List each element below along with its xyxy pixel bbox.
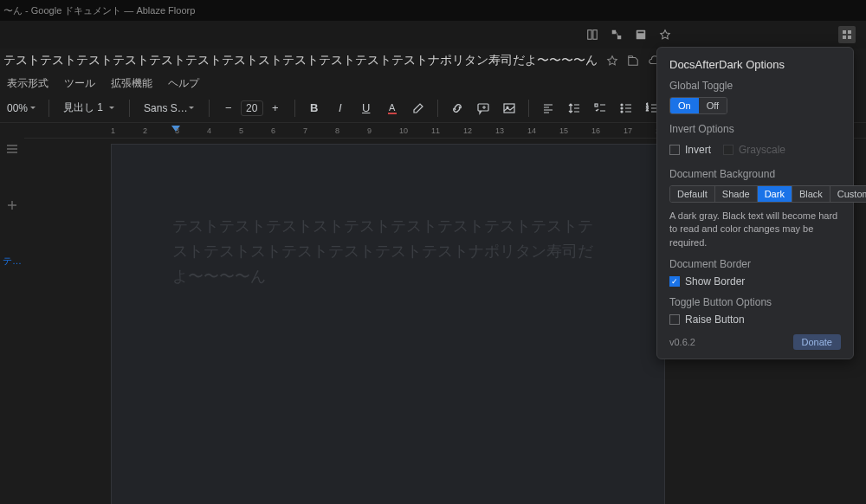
bg-custom-button[interactable]: Custom — [830, 186, 866, 202]
ruler-mark: 4 — [207, 126, 211, 135]
extension-docsafterdark-icon[interactable] — [634, 28, 648, 42]
extension-popup: DocsAfterDark Options Global Toggle On O… — [656, 47, 854, 359]
svg-rect-4 — [843, 30, 846, 34]
separator — [209, 100, 210, 117]
decrease-font-size-button[interactable]: − — [218, 98, 239, 119]
document-border-label: Document Border — [669, 258, 841, 270]
move-icon[interactable] — [627, 55, 639, 67]
svg-rect-1 — [593, 30, 597, 40]
svg-rect-5 — [848, 30, 851, 34]
svg-text:2: 2 — [646, 107, 649, 112]
toggle-off-button[interactable]: Off — [699, 98, 727, 113]
svg-rect-9 — [388, 113, 397, 114]
menu-tools[interactable]: ツール — [64, 76, 95, 91]
font-selector[interactable]: Sans S… — [139, 100, 200, 116]
version-text: v0.6.2 — [669, 337, 695, 347]
highlight-color-button[interactable] — [408, 98, 429, 119]
font-size-group: − 20 + — [218, 98, 286, 119]
increase-font-size-button[interactable]: + — [265, 98, 286, 119]
svg-point-15 — [621, 107, 623, 109]
global-toggle-label: Global Toggle — [669, 80, 841, 92]
background-description: A dark gray. Black text will become hard… — [669, 210, 841, 249]
extension-title: DocsAfterDark Options — [669, 58, 841, 71]
menu-extensions[interactable]: 拡張機能 — [111, 76, 152, 91]
browser-menu-icon[interactable] — [838, 26, 856, 43]
svg-rect-3 — [638, 32, 644, 34]
checklist-button[interactable] — [590, 98, 611, 119]
toggle-button-options-label: Toggle Button Options — [669, 296, 841, 308]
ruler-mark: 10 — [399, 126, 408, 135]
menu-help[interactable]: ヘルプ — [168, 76, 199, 91]
bg-dark-button[interactable]: Dark — [758, 186, 792, 202]
svg-rect-2 — [637, 30, 646, 40]
ruler-mark: 11 — [431, 126, 440, 135]
toggle-on-button[interactable]: On — [670, 98, 699, 113]
svg-rect-13 — [595, 104, 598, 107]
ruler-mark: 16 — [591, 126, 600, 135]
text-color-button[interactable]: A — [382, 98, 403, 119]
outline-item[interactable]: テ… — [3, 255, 22, 268]
url-bar — [0, 21, 866, 48]
translate-icon[interactable] — [610, 28, 624, 42]
bg-default-button[interactable]: Default — [670, 186, 715, 202]
browser-tab-bar: 〜ん - Google ドキュメント — Ablaze Floorp — [0, 0, 866, 21]
separator — [48, 100, 49, 117]
global-toggle-group: On Off — [669, 97, 727, 114]
tab-title: 〜ん - Google ドキュメント — Ablaze Floorp — [3, 4, 195, 17]
svg-rect-7 — [848, 36, 851, 39]
line-spacing-button[interactable] — [564, 98, 585, 119]
document-page[interactable]: テストテストテストストテストテストテストテストテストテストテストストテストテスト… — [111, 144, 665, 504]
zoom-selector[interactable]: 00% — [3, 100, 40, 116]
raise-button-checkbox[interactable] — [669, 314, 680, 325]
separator — [129, 100, 130, 117]
ruler-mark: 12 — [463, 126, 472, 135]
bold-button[interactable]: B — [304, 98, 325, 119]
insert-link-button[interactable] — [447, 98, 468, 119]
insert-image-button[interactable] — [499, 98, 520, 119]
svg-rect-0 — [588, 30, 591, 40]
svg-point-16 — [621, 111, 623, 113]
separator — [294, 100, 295, 117]
svg-point-14 — [621, 104, 623, 106]
show-border-checkbox[interactable]: ✓ — [669, 276, 680, 287]
document-body-text[interactable]: テストテストテストストテストテストテストテストテストテストテストストテストテスト… — [172, 214, 604, 288]
bookmark-star-icon[interactable] — [658, 28, 672, 42]
ruler-mark: 6 — [271, 126, 275, 135]
font-size-input[interactable]: 20 — [241, 100, 263, 116]
grayscale-checkbox-label: Grayscale — [739, 144, 785, 156]
raise-button-label: Raise Button — [685, 313, 745, 326]
menu-format[interactable]: 表示形式 — [7, 76, 48, 91]
ruler-mark: 2 — [143, 126, 147, 135]
ruler-mark: 15 — [559, 126, 568, 135]
reader-mode-icon[interactable] — [585, 28, 599, 42]
ruler-mark: 9 — [367, 126, 372, 135]
add-outline-icon[interactable] — [6, 199, 18, 211]
ruler-mark: 1 — [111, 126, 115, 135]
ruler-mark: 17 — [624, 126, 632, 135]
paragraph-style-selector[interactable]: 見出し 1 — [58, 99, 120, 117]
document-background-label: Document Background — [669, 168, 841, 180]
invert-options-label: Invert Options — [669, 123, 841, 135]
show-border-label: Show Border — [685, 275, 745, 288]
separator — [437, 100, 438, 117]
separator — [528, 100, 529, 117]
insert-comment-button[interactable] — [473, 98, 494, 119]
outline-toggle-icon[interactable] — [5, 142, 19, 156]
ruler-mark: 5 — [239, 126, 243, 135]
invert-checkbox[interactable] — [669, 145, 680, 155]
underline-button[interactable]: U — [356, 98, 377, 119]
bg-shade-button[interactable]: Shade — [715, 186, 758, 202]
bg-black-button[interactable]: Black — [792, 186, 830, 202]
document-title[interactable]: テストテストテストテストテストテストテストストテストテストテストテストナポリタン… — [3, 53, 598, 68]
background-option-group: Default Shade Dark Black Custom — [669, 185, 866, 203]
grayscale-checkbox — [723, 145, 734, 155]
svg-text:A: A — [389, 102, 396, 113]
ruler-mark: 8 — [335, 126, 339, 135]
bulleted-list-button[interactable] — [616, 98, 637, 119]
italic-button[interactable]: I — [330, 98, 351, 119]
invert-checkbox-label: Invert — [685, 144, 711, 156]
align-button[interactable] — [538, 98, 559, 119]
ruler-mark: 3 — [175, 126, 179, 135]
donate-button[interactable]: Donate — [793, 334, 841, 350]
star-icon[interactable] — [606, 55, 618, 67]
